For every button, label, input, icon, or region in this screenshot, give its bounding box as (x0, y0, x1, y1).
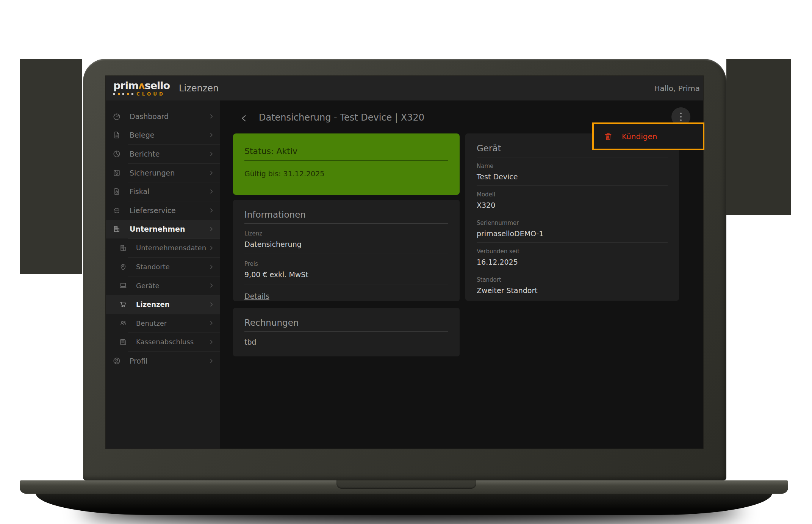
row-label: Verbunden seit (477, 248, 668, 255)
row-label: Seriennummer (477, 220, 668, 226)
back-button[interactable] (237, 111, 251, 125)
sidebar-item-unternehmensdaten[interactable]: Unternehmensdaten (106, 238, 220, 257)
trash-icon (604, 132, 613, 141)
sidebar-item-lizenzen[interactable]: Lizenzen (106, 295, 220, 314)
sidebar-item-lieferservice[interactable]: Lieferservice (106, 201, 220, 220)
sidebar-item-dashboard[interactable]: Dashboard (106, 107, 220, 126)
details-link[interactable]: Details (244, 292, 269, 300)
page-title: Lizenzen (179, 83, 219, 94)
logo-text-prefix: prim (113, 80, 138, 91)
sidebar-item-kassenabschluss[interactable]: Kassenabschluss (106, 333, 220, 351)
user-greeting: Hallo, Prima (654, 84, 700, 93)
info-row-preis: Preis 9,00 € exkl. MwSt (244, 254, 448, 284)
sidebar-item-label: Kassenabschluss (136, 338, 194, 346)
floppy-icon (112, 168, 121, 177)
app-window: primʌsello CLOUD Lizenzen Hallo, Prima D… (106, 76, 703, 449)
sidebar-item-sicherungen[interactable]: Sicherungen (106, 163, 220, 182)
backdrop-left (20, 59, 82, 274)
invoices-placeholder: tbd (244, 338, 448, 346)
row-label: Preis (244, 260, 448, 267)
row-value: primaselloDEMO-1 (477, 229, 668, 238)
sidebar-item-label: Berichte (130, 150, 160, 158)
row-label: Name (477, 163, 668, 169)
laptop-base-underside (36, 493, 772, 515)
device-row-seriennummer: Seriennummer primaselloDEMO-1 (477, 214, 668, 243)
device-row-name: Name Test Device (477, 157, 668, 186)
status-title: Status: Aktiv (244, 146, 448, 161)
document-lock-icon (112, 187, 121, 196)
card-title: Informationen (244, 210, 448, 224)
sidebar-item-benutzer[interactable]: Benutzer (106, 314, 220, 333)
marketing-canvas: primʌsello CLOUD Lizenzen Hallo, Prima D… (0, 0, 812, 524)
row-value: X320 (477, 201, 668, 209)
sidebar-item-profil[interactable]: Profil (106, 351, 220, 370)
chevron-right-icon (208, 282, 214, 289)
sidebar-item-berichte[interactable]: Berichte (106, 144, 220, 163)
chevron-right-icon (208, 320, 214, 326)
app-header: primʌsello CLOUD Lizenzen Hallo, Prima (106, 76, 703, 100)
sidebar-item-label: Geräte (136, 282, 160, 290)
document-icon (112, 130, 121, 140)
primasello-logo: primʌsello CLOUD (113, 80, 170, 96)
building-icon (112, 224, 121, 234)
row-value: 9,00 € exkl. MwSt (244, 270, 448, 279)
device-row-modell: Modell X320 (477, 186, 668, 214)
gauge-icon (112, 112, 121, 121)
cart-icon (119, 300, 128, 309)
row-value: Datensicherung (244, 240, 448, 248)
sidebar-item-fiskal[interactable]: Fiskal (106, 182, 220, 201)
laptop-base (20, 480, 788, 494)
sidebar-item-label: Standorte (136, 263, 170, 271)
sidebar-item-belege[interactable]: Belege (106, 126, 220, 145)
main-content: Datensicherung - Test Device | X320 Künd… (220, 100, 703, 449)
info-row-lizenz: Lizenz Datensicherung (244, 224, 448, 254)
laptop-lid-notch (336, 480, 476, 489)
chevron-right-icon (208, 113, 214, 119)
status-validity: Gültig bis: 31.12.2025 (244, 169, 448, 178)
row-value: Zweiter Standort (477, 286, 668, 295)
row-value: Test Device (477, 173, 668, 181)
sidebar-item-label: Unternehmen (130, 225, 185, 233)
logo-text-suffix: sello (145, 80, 170, 91)
context-menu: Kündigen (592, 122, 704, 150)
pie-chart-icon (112, 149, 121, 158)
chevron-right-icon (208, 264, 214, 270)
sidebar: Dashboard Belege Berichte (106, 100, 220, 449)
chevron-right-icon (208, 245, 214, 251)
sidebar-item-standorte[interactable]: Standorte (106, 257, 220, 276)
cancel-license-menu-item[interactable]: Kündigen (622, 132, 657, 141)
sidebar-item-label: Dashboard (130, 112, 169, 121)
row-label: Lizenz (244, 230, 448, 237)
row-label: Standort (477, 276, 668, 283)
card-title: Rechnungen (244, 318, 448, 332)
status-card: Status: Aktiv Gültig bis: 31.12.2025 (233, 133, 460, 195)
device-card: Gerät Name Test Device Modell X320 Serie… (465, 133, 679, 301)
sidebar-item-geraete[interactable]: Geräte (106, 276, 220, 295)
information-card: Informationen Lizenz Datensicherung Prei… (233, 200, 460, 301)
row-label: Modell (477, 191, 668, 198)
logo-subline: CLOUD (113, 92, 170, 96)
laptop-frame: primʌsello CLOUD Lizenzen Hallo, Prima D… (83, 59, 726, 480)
laptop-icon (119, 281, 128, 290)
row-value: 16.12.2025 (477, 258, 668, 266)
logo-dots (113, 93, 133, 95)
chevron-right-icon (208, 170, 214, 176)
sidebar-item-unternehmen[interactable]: Unternehmen (106, 220, 220, 239)
burger-icon (112, 206, 121, 215)
chevron-right-icon (208, 151, 214, 157)
sidebar-item-label: Belege (130, 131, 154, 139)
logo-accent-glyph: ʌ (138, 80, 145, 91)
chevron-right-icon (208, 358, 214, 364)
device-row-standort: Standort Zweiter Standort (477, 271, 668, 295)
newspaper-icon (119, 337, 128, 347)
building-icon (119, 243, 128, 253)
sidebar-item-label: Fiskal (130, 187, 149, 196)
sidebar-item-label: Benutzer (136, 319, 167, 327)
users-icon (119, 318, 128, 328)
backdrop-right (726, 59, 791, 215)
device-row-verbunden-seit: Verbunden seit 16.12.2025 (477, 243, 668, 271)
sidebar-item-label: Unternehmensdaten (136, 244, 206, 252)
chevron-right-icon (208, 132, 214, 138)
chevron-right-icon (208, 226, 214, 232)
app-body: Dashboard Belege Berichte (106, 100, 703, 449)
